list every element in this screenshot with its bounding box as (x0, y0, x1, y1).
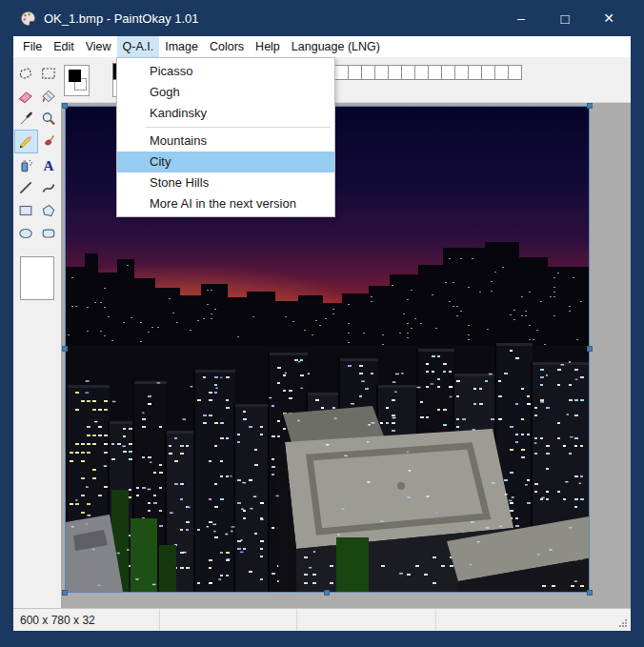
text-tool-icon: A (40, 156, 57, 173)
palette-swatch-empty[interactable] (468, 65, 482, 80)
ellipse-icon (17, 225, 34, 242)
tool-polygon[interactable] (38, 199, 60, 221)
eraser-icon (17, 88, 34, 105)
selection-handle-top-left[interactable] (62, 103, 68, 109)
tool-line[interactable] (15, 176, 37, 198)
tool-rectangle[interactable] (15, 199, 37, 221)
foreground-color-swatch (69, 70, 81, 82)
airbrush-icon (17, 156, 34, 173)
tool-brush[interactable] (38, 131, 60, 152)
menu-language-lng-[interactable]: Language (LNG) (286, 36, 386, 57)
selection-handle-middle-left[interactable] (62, 346, 68, 352)
tool-ellipse[interactable] (15, 222, 37, 244)
maximize-button[interactable]: □ (543, 0, 587, 36)
rect-select-icon (40, 65, 57, 82)
palette-swatch-empty[interactable] (334, 65, 349, 80)
menu-item-picasso[interactable]: Picasso (117, 61, 334, 82)
free-form-select-icon (17, 65, 34, 82)
svg-text:A: A (44, 156, 54, 172)
status-panel-2 (297, 609, 436, 631)
palette-swatch-empty[interactable] (494, 65, 509, 80)
selection-handle-bottom-right[interactable] (587, 590, 593, 596)
palette-swatch-empty[interactable] (388, 65, 402, 80)
selection-handle-middle-right[interactable] (587, 346, 593, 352)
palette-swatch-empty[interactable] (441, 65, 455, 80)
menu-item-city[interactable]: City (117, 152, 334, 172)
selection-handle-bottom-middle[interactable] (324, 590, 330, 596)
palette-swatch-empty[interactable] (454, 65, 469, 80)
eyedropper-icon (17, 111, 34, 128)
tool-airbrush[interactable] (15, 153, 37, 175)
status-panel-3 (436, 609, 631, 631)
menu-item-gogh[interactable]: Gogh (117, 82, 334, 103)
tool-options-box[interactable] (20, 256, 54, 300)
menu-edit[interactable]: Edit (48, 36, 80, 57)
window-controls: – □ ✕ (499, 0, 631, 36)
close-button[interactable]: ✕ (587, 0, 631, 36)
menu-view[interactable]: View (80, 36, 117, 57)
selection-handle-top-right[interactable] (587, 103, 593, 109)
menu-help[interactable]: Help (250, 36, 286, 57)
menu-item-mountains[interactable]: Mountains (117, 131, 334, 152)
palette-swatch-empty[interactable] (374, 65, 389, 80)
palette-swatch-empty[interactable] (481, 65, 495, 80)
palette-swatch-row (335, 65, 522, 80)
tool-eraser[interactable] (15, 85, 37, 107)
brush-icon (40, 133, 57, 151)
app-window: OK_1.bmp - PaintOkay 1.01 – □ ✕ FileEdit… (0, 0, 644, 647)
menu-item-more-ai-in-the-next-version[interactable]: More AI in the next version (117, 193, 334, 214)
minimize-button[interactable]: – (499, 0, 543, 36)
app-palette-icon (20, 10, 36, 27)
status-panel-1 (160, 609, 297, 631)
menu-item-kandinsky[interactable]: Kandinsky (117, 103, 334, 124)
fill-bucket-icon (40, 88, 57, 105)
tool-pencil[interactable] (15, 131, 37, 152)
status-bar: 600 x 780 x 32 (13, 608, 631, 631)
tool-box: A (13, 57, 61, 608)
rectangle-icon (17, 202, 34, 219)
menu-file[interactable]: File (17, 36, 48, 57)
tool-rounded-rectangle[interactable] (38, 222, 60, 244)
palette-swatch-empty[interactable] (348, 65, 362, 80)
magnifier-icon (40, 111, 57, 128)
title-bar[interactable]: OK_1.bmp - PaintOkay 1.01 – □ ✕ (0, 0, 644, 36)
tool-fill[interactable] (38, 85, 60, 107)
menu-item-stone-hills[interactable]: Stone Hills (117, 172, 334, 193)
palette-swatch-empty[interactable] (361, 65, 375, 80)
line-icon (17, 179, 34, 196)
selection-handle-bottom-left[interactable] (62, 590, 68, 596)
tool-free-form-select[interactable] (15, 62, 37, 84)
tool-grid: A (13, 62, 61, 244)
current-colors-indicator (64, 65, 90, 96)
qai-dropdown-menu: PicassoGoghKandinskyMountainsCityStone H… (116, 57, 335, 217)
menu-bar: FileEditViewQ-A.I.ImageColorsHelpLanguag… (13, 36, 631, 57)
tool-rect-select[interactable] (38, 62, 60, 84)
rounded-rectangle-icon (40, 225, 57, 242)
tool-curve[interactable] (38, 176, 60, 198)
menu-colors[interactable]: Colors (204, 36, 250, 57)
curve-icon (40, 179, 57, 196)
menu-separator (146, 127, 331, 128)
palette-swatch-empty[interactable] (508, 65, 522, 80)
tool-magnifier[interactable] (38, 108, 60, 130)
pencil-icon (17, 133, 34, 151)
menu-image[interactable]: Image (159, 36, 204, 57)
window-title: OK_1.bmp - PaintOkay 1.01 (44, 11, 199, 26)
menu-q-a-i-[interactable]: Q-A.I. (117, 36, 160, 57)
palette-swatch-empty[interactable] (401, 65, 415, 80)
palette-swatch-empty[interactable] (428, 65, 442, 80)
status-panel-0: 600 x 780 x 32 (13, 609, 160, 631)
polygon-icon (40, 202, 57, 219)
tool-color-picker[interactable] (15, 108, 37, 130)
tool-text[interactable]: A (38, 153, 60, 175)
resize-grip-icon[interactable] (618, 618, 628, 628)
palette-swatch-empty[interactable] (414, 65, 429, 80)
